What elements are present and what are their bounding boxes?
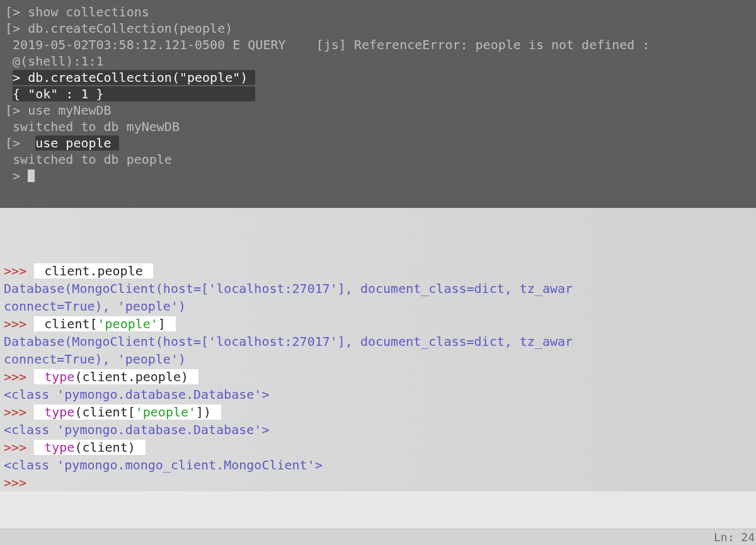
terminal-line: switched to db people bbox=[5, 151, 751, 168]
python-prompt: >>> bbox=[4, 316, 34, 331]
python-prompt: >>> bbox=[4, 263, 34, 278]
python-row: <class 'pymongo.database.Database'> bbox=[4, 386, 756, 403]
python-code: type(client.people) bbox=[34, 369, 198, 384]
terminal-line: [> show collections bbox=[5, 4, 751, 20]
python-row: >>> client['people'] bbox=[4, 315, 756, 333]
terminal-prefix bbox=[5, 86, 13, 101]
terminal-prefix bbox=[5, 119, 13, 134]
python-partial-row: >>> bbox=[4, 233, 756, 246]
python-output: connect=True), 'people') bbox=[4, 299, 186, 314]
terminal-prefix: [> bbox=[5, 103, 28, 118]
python-repl[interactable]: >>> >>> client.people Database(MongoClie… bbox=[0, 208, 756, 491]
python-code: client['people'] bbox=[34, 316, 176, 331]
terminal-line: switched to db myNewDB bbox=[5, 118, 751, 135]
terminal-prefix bbox=[5, 54, 13, 69]
terminal-line: 2019-05-02T03:58:12.121-0500 E QUERY [js… bbox=[5, 37, 751, 53]
python-code: type(client) bbox=[34, 440, 146, 455]
python-row: >>> client.people bbox=[4, 262, 756, 280]
python-prompt: >>> bbox=[4, 475, 26, 490]
terminal-text: use myNewDB bbox=[28, 103, 111, 118]
terminal-line: @(shell):1:1 bbox=[5, 53, 751, 69]
python-prompt: >>> bbox=[4, 404, 34, 420]
terminal-text: 2019-05-02T03:58:12.121-0500 E QUERY [js… bbox=[13, 37, 650, 52]
terminal-prefix: [> bbox=[5, 21, 28, 36]
python-prompt: >>> bbox=[4, 440, 34, 455]
terminal-text: show collections bbox=[28, 4, 149, 20]
python-code: type(client['people']) bbox=[34, 404, 221, 420]
mongo-shell-terminal[interactable]: [> show collections[> db.createCollectio… bbox=[0, 0, 756, 208]
python-row: <class 'pymongo.mongo_client.MongoClient… bbox=[4, 456, 756, 474]
python-output: Database(MongoClient(host=['localhost:27… bbox=[4, 334, 573, 349]
python-row: connect=True), 'people') bbox=[4, 350, 756, 368]
python-output: <class 'pymongo.mongo_client.MongoClient… bbox=[4, 457, 323, 473]
terminal-line: [> use people bbox=[5, 135, 751, 151]
terminal-prefix bbox=[5, 37, 13, 52]
terminal-prefix bbox=[5, 152, 13, 167]
python-prompt: >>> bbox=[4, 369, 34, 384]
python-row: >>> type(client.people) bbox=[4, 368, 756, 386]
python-row: <class 'pymongo.database.Database'> bbox=[4, 421, 756, 439]
terminal-text: switched to db myNewDB bbox=[13, 119, 180, 134]
terminal-line: [> db.createCollection(people) bbox=[5, 20, 751, 37]
python-output: connect=True), 'people') bbox=[4, 352, 186, 367]
python-output: <class 'pymongo.database.Database'> bbox=[4, 387, 269, 402]
terminal-line: { "ok" : 1 } bbox=[5, 86, 751, 102]
python-row: >>> bbox=[4, 474, 756, 491]
cursor-icon bbox=[28, 169, 35, 182]
python-row: Database(MongoClient(host=['localhost:27… bbox=[4, 280, 756, 297]
terminal-text: { "ok" : 1 } bbox=[13, 86, 255, 101]
terminal-line: [> use myNewDB bbox=[5, 102, 751, 118]
terminal-prefix bbox=[5, 70, 13, 85]
python-row: >>> type(client) bbox=[4, 439, 756, 456]
status-bar: Ln: 24 bbox=[0, 529, 756, 545]
terminal-line: > bbox=[5, 168, 751, 184]
python-row: connect=True), 'people') bbox=[4, 297, 756, 315]
python-row: Database(MongoClient(host=['localhost:27… bbox=[4, 333, 756, 350]
terminal-prefix: [> bbox=[5, 4, 28, 20]
terminal-text: @(shell):1:1 bbox=[13, 54, 104, 69]
python-row: >>> type(client['people']) bbox=[4, 403, 756, 421]
python-output: Database(MongoClient(host=['localhost:27… bbox=[4, 281, 573, 296]
terminal-prefix: > bbox=[5, 168, 28, 183]
python-code: client.people bbox=[34, 263, 153, 278]
terminal-line: > db.createCollection("people") bbox=[5, 69, 751, 86]
terminal-text: use people bbox=[35, 135, 118, 151]
terminal-text: db.createCollection(people) bbox=[28, 21, 232, 36]
terminal-prefix: [> bbox=[5, 135, 28, 151]
line-indicator: Ln: 24 bbox=[714, 531, 755, 544]
terminal-text: switched to db people bbox=[13, 152, 172, 167]
terminal-text: > db.createCollection("people") bbox=[13, 70, 255, 85]
python-output: <class 'pymongo.database.Database'> bbox=[4, 422, 269, 437]
